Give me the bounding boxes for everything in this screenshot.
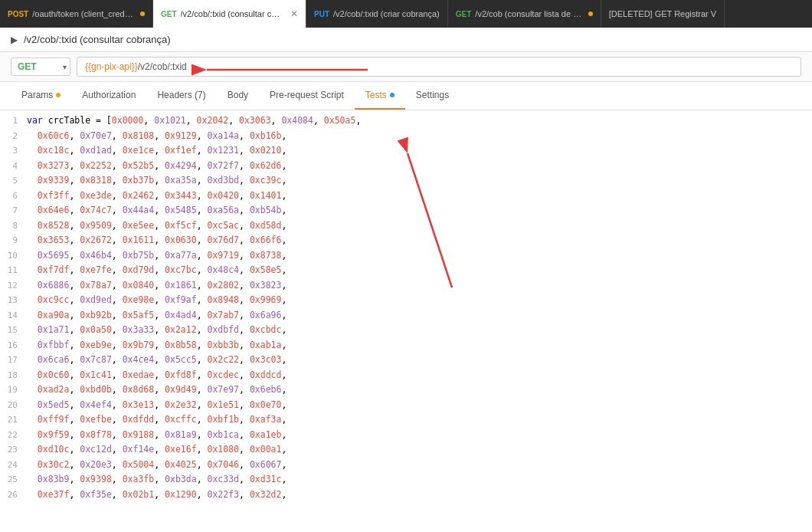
line-number: 14	[0, 310, 27, 323]
code-line: 7 0x64e6, 0x74c7, 0x44a4, 0x5485, 0xa56a…	[0, 203, 812, 218]
tab-prerequest-label: Pre-request Script	[270, 90, 344, 100]
code-line: 14 0xa90a, 0xb92b, 0x5af5, 0x4ad4, 0x7ab…	[0, 308, 812, 323]
line-content: 0x9f59, 0x8f78, 0x9188, 0x81a9, 0xb1ca, …	[27, 429, 812, 442]
tab-dot	[588, 11, 593, 16]
line-content: 0x5695, 0x46b4, 0xb75b, 0xa77a, 0x9719, …	[27, 249, 812, 262]
code-line: 21 0xff9f, 0xefbe, 0xdfdd, 0xcffc, 0xbf1…	[0, 412, 812, 428]
line-content: 0x60c6, 0x70e7, 0x8108, 0x9129, 0xa14a, …	[27, 130, 812, 143]
code-line: 26 0xe37f, 0xf35e, 0x02b1, 0x1290, 0x22f…	[0, 488, 812, 503]
tab-get-cob-txid[interactable]: GET /v2/cob/:txid (consultar cobran... ✕	[153, 0, 306, 28]
tab-params[interactable]: Params	[11, 82, 71, 110]
line-number: 24	[0, 459, 27, 472]
code-line: 19 0xad2a, 0xbd0b, 0x8d68, 0x9d49, 0x7e9…	[0, 383, 812, 398]
line-number: 7	[0, 205, 27, 218]
tab-method-badge: POST	[8, 10, 28, 18]
page-wrapper: POST /oauth/token (client_credentia... G…	[0, 0, 812, 532]
request-title-bar: ▶ /v2/cob/:txid (consultar cobrança)	[0, 28, 812, 52]
code-line: 15 0x1a71, 0x0a50, 0x3a33, 0x2a12, 0xdbf…	[0, 323, 812, 338]
code-line: 22 0x9f59, 0x8f78, 0x9188, 0x81a9, 0xb1c…	[0, 428, 812, 443]
line-content: 0xa90a, 0xb92b, 0x5af5, 0x4ad4, 0x7ab7, …	[27, 309, 812, 322]
line-content: 0x0c60, 0x1c41, 0xedae, 0xfd8f, 0xcdec, …	[27, 369, 812, 382]
line-content: 0x83b9, 0x9398, 0xa3fb, 0xb3da, 0xc33d, …	[27, 473, 812, 486]
request-title-text: /v2/cob/:txid (consultar cobrança)	[24, 34, 170, 45]
tab-label: /v2/cob/:txid (criar cobrança)	[333, 9, 440, 18]
line-number: 12	[0, 280, 27, 293]
tab-tests[interactable]: Tests	[355, 82, 405, 110]
line-content: 0xd10c, 0xc12d, 0xf14e, 0xe16f, 0x1080, …	[27, 443, 812, 456]
tab-authorization-label: Authorization	[82, 90, 136, 100]
tab-method-badge: PUT	[314, 10, 329, 18]
line-number: 22	[0, 429, 27, 442]
line-content: 0x3273, 0x2252, 0x52b5, 0x4294, 0x72f7, …	[27, 159, 812, 172]
line-content: 0x8528, 0x9509, 0xe5ee, 0xf5cf, 0xc5ac, …	[27, 219, 812, 232]
tab-post-oauth[interactable]: POST /oauth/token (client_credentia...	[0, 0, 153, 28]
line-content: 0x9339, 0x8318, 0xb37b, 0xa35a, 0xd3bd, …	[27, 174, 812, 187]
code-line: 6 0xf3ff, 0xe3de, 0x2462, 0x3443, 0x0420…	[0, 189, 812, 204]
line-number: 8	[0, 220, 27, 233]
tab-close-button[interactable]: ✕	[290, 8, 298, 19]
line-content: 0xc9cc, 0xd9ed, 0xe98e, 0xf9af, 0x8948, …	[27, 294, 812, 307]
line-number: 25	[0, 474, 27, 487]
code-line: 3 0xc18c, 0xd1ad, 0xe1ce, 0xf1ef, 0x1231…	[0, 143, 812, 159]
tab-headers[interactable]: Headers (7)	[146, 82, 216, 110]
tab-body[interactable]: Body	[217, 82, 259, 110]
code-line: 17 0x6ca6, 0x7c87, 0x4ce4, 0x5cc5, 0x2c2…	[0, 353, 812, 368]
tab-label: /v2/cob/:txid (consultar cobran...	[181, 9, 283, 18]
line-number: 10	[0, 250, 27, 263]
code-line: 13 0xc9cc, 0xd9ed, 0xe98e, 0xf9af, 0x894…	[0, 293, 812, 308]
url-prefix: {{gn-pix-api}}	[85, 61, 138, 72]
line-content: 0xc18c, 0xd1ad, 0xe1ce, 0xf1ef, 0x1231, …	[27, 144, 812, 157]
line-content: 0x30c2, 0x20e3, 0x5004, 0x4025, 0x7046, …	[27, 458, 812, 471]
tab-method-badge: GET	[456, 10, 472, 18]
tests-dot	[390, 93, 395, 97]
tab-put-cob-txid[interactable]: PUT /v2/cob/:txid (criar cobrança)	[306, 0, 448, 28]
line-number: 1	[0, 115, 27, 128]
tab-deleted-get[interactable]: [DELETED] GET Registrar V	[601, 0, 725, 28]
line-content: var crcTable = [0x0000, 0x1021, 0x2042, …	[27, 114, 812, 127]
line-number: 3	[0, 145, 27, 158]
tab-label: /oauth/token (client_credentia...	[32, 9, 136, 18]
url-suffix: /v2/cob/:txid	[138, 61, 187, 72]
expand-arrow-icon[interactable]: ▶	[11, 34, 18, 45]
line-content: 0xfbbf, 0xeb9e, 0x9b79, 0x8b58, 0xbb3b, …	[27, 339, 812, 352]
line-content: 0xf3ff, 0xe3de, 0x2462, 0x3443, 0x0420, …	[27, 189, 812, 202]
line-number: 20	[0, 399, 27, 412]
url-input[interactable]: {{gn-pix-api}}/v2/cob/:txid	[77, 57, 801, 77]
line-content: 0x6886, 0x78a7, 0x0840, 0x1861, 0x2802, …	[27, 279, 812, 292]
line-number: 5	[0, 175, 27, 188]
tab-label: [DELETED] GET Registrar V	[609, 9, 716, 18]
method-select[interactable]: GET POST PUT DELETE PATCH	[11, 57, 70, 76]
code-line: 9 0x3653, 0x2672, 0x1611, 0x0630, 0x76d7…	[0, 233, 812, 248]
code-line: 11 0xf7df, 0xe7fe, 0xd79d, 0xc7bc, 0x48c…	[0, 263, 812, 278]
code-line: 4 0x3273, 0x2252, 0x52b5, 0x4294, 0x72f7…	[0, 159, 812, 174]
nav-tabs: Params Authorization Headers (7) Body Pr…	[0, 82, 812, 110]
line-number: 23	[0, 444, 27, 457]
tab-prerequest[interactable]: Pre-request Script	[259, 82, 355, 110]
tab-body-label: Body	[228, 90, 248, 100]
tab-label: /v2/cob (consultar lista de cobr...	[475, 9, 584, 18]
url-bar: GET POST PUT DELETE PATCH {{gn-pix-api}}…	[0, 52, 812, 82]
tab-tests-label: Tests	[365, 90, 387, 100]
code-line: 23 0xd10c, 0xc12d, 0xf14e, 0xe16f, 0x108…	[0, 442, 812, 458]
line-content: 0x5ed5, 0x4ef4, 0x3e13, 0x2e32, 0x1e51, …	[27, 399, 812, 412]
line-number: 9	[0, 235, 27, 248]
params-dot	[56, 93, 61, 97]
tab-settings-label: Settings	[416, 90, 449, 100]
line-content: 0x64e6, 0x74c7, 0x44a4, 0x5485, 0xa56a, …	[27, 204, 812, 217]
line-content: 0x1a71, 0x0a50, 0x3a33, 0x2a12, 0xdbfd, …	[27, 323, 812, 337]
tab-authorization[interactable]: Authorization	[71, 82, 146, 110]
tab-settings[interactable]: Settings	[405, 82, 460, 110]
code-line: 1var crcTable = [0x0000, 0x1021, 0x2042,…	[0, 113, 812, 129]
code-editor[interactable]: 1var crcTable = [0x0000, 0x1021, 0x2042,…	[0, 110, 812, 523]
line-number: 4	[0, 160, 27, 173]
line-number: 11	[0, 264, 27, 277]
code-line: 10 0x5695, 0x46b4, 0xb75b, 0xa77a, 0x971…	[0, 248, 812, 264]
tab-get-cob-list[interactable]: GET /v2/cob (consultar lista de cobr...	[448, 0, 601, 28]
line-content: 0xff9f, 0xefbe, 0xdfdd, 0xcffc, 0xbf1b, …	[27, 413, 812, 426]
line-number: 17	[0, 354, 27, 367]
code-line: 5 0x9339, 0x8318, 0xb37b, 0xa35a, 0xd3bd…	[0, 173, 812, 189]
line-content: 0xe37f, 0xf35e, 0x02b1, 0x1290, 0x22f3, …	[27, 488, 812, 501]
line-content: 0xad2a, 0xbd0b, 0x8d68, 0x9d49, 0x7e97, …	[27, 383, 812, 396]
code-line: 24 0x30c2, 0x20e3, 0x5004, 0x4025, 0x704…	[0, 458, 812, 473]
line-number: 19	[0, 384, 27, 397]
